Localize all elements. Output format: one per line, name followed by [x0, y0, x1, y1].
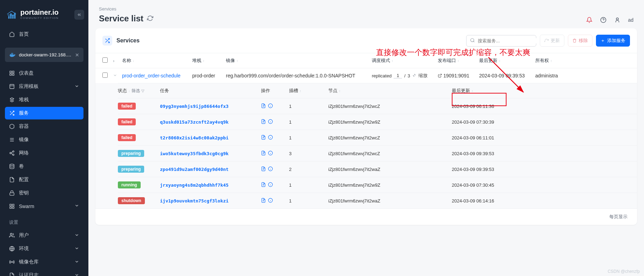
subcol-task[interactable]: 任务	[160, 88, 261, 94]
task-row: preparingiwo5kutewoy35fbdk3cg0cg9k3iZjz8…	[118, 145, 637, 161]
nav-volume[interactable]: 卷	[5, 160, 83, 173]
subcol-status[interactable]: 状态↓ 筛选▽	[118, 88, 160, 94]
env-icon	[9, 246, 15, 251]
row-checkbox[interactable]	[102, 73, 108, 78]
col-owner[interactable]: 所有权↕	[535, 57, 630, 64]
tasks-header: 状态↓ 筛选▽ 任务 操作 插槽↕ 节点↕ 最后更新↕	[118, 83, 637, 98]
row-expand-toggle[interactable]	[113, 73, 122, 78]
nav-template[interactable]: 应用模板	[5, 80, 83, 93]
task-id-link[interactable]: q3uskd015a73zcnft2ay4vq9k	[160, 119, 229, 125]
subcol-updated[interactable]: 最后更新↕	[452, 88, 630, 94]
subcol-slot[interactable]: 插槽↕	[289, 88, 328, 94]
task-id-link[interactable]: zpo491d9u2amf002dgy9d40nt	[160, 167, 229, 172]
help-icon[interactable]	[600, 16, 607, 23]
log-icon[interactable]	[261, 151, 266, 157]
nav-label: 配置	[19, 177, 29, 183]
task-row: failedt2r8060x2isi4w8c00ak2ppbi1iZjz801f…	[118, 130, 637, 145]
search-input[interactable]	[478, 38, 537, 43]
svg-line-14	[11, 153, 13, 154]
nav-home[interactable]: 首页	[5, 28, 83, 41]
log-icon[interactable]	[261, 182, 266, 188]
collapse-icon[interactable]	[412, 73, 416, 78]
close-icon[interactable]: ✕	[75, 52, 79, 58]
info-icon[interactable]	[268, 103, 273, 109]
nav-label: 服务	[19, 110, 29, 116]
status-badge: failed	[118, 103, 136, 110]
task-row: preparingzpo491d9u2amf002dgy9d40nt2iZjz8…	[118, 161, 637, 177]
refresh-icon[interactable]	[147, 14, 153, 23]
nav-secret[interactable]: 密钥	[5, 187, 83, 199]
service-name-link[interactable]: prod-order_order-schedule	[122, 73, 181, 78]
config-icon	[9, 177, 15, 182]
settings-env[interactable]: 环境	[5, 242, 83, 255]
scale-control: replicated / 3 缩放	[372, 73, 438, 79]
scale-label[interactable]: 缩放	[418, 73, 428, 79]
info-icon[interactable]	[268, 135, 273, 141]
col-name[interactable]: 名称↓	[122, 57, 192, 64]
service-image: reg.harbor999.com/order/order-schedule:1…	[226, 73, 372, 78]
task-row: failed09yg3nyemhjs9ijp86644ofx31iZjz801f…	[118, 98, 637, 114]
info-icon[interactable]	[268, 119, 273, 125]
swarm-icon	[9, 203, 15, 209]
settings-users[interactable]: 用户	[5, 229, 83, 242]
col-sched[interactable]: 调度模式↕	[372, 57, 438, 64]
col-port[interactable]: 发布端口↕	[438, 57, 479, 64]
service-icon	[9, 110, 15, 116]
select-all-checkbox[interactable]	[102, 57, 108, 63]
breadcrumb[interactable]: Services	[99, 6, 153, 12]
nav-service[interactable]: 服务	[5, 107, 83, 119]
user-label[interactable]: ad	[628, 17, 633, 23]
port-link[interactable]: 19091:9091	[438, 73, 469, 78]
replica-input[interactable]	[394, 73, 402, 78]
expand-all-toggle[interactable]: ›	[113, 58, 122, 63]
task-id-link[interactable]: jrxyaoyng4s8m2qbhdhhf7k45	[160, 182, 229, 188]
registry-icon	[9, 259, 15, 265]
services-panel: Services 更新 移除 ＋ 添加服务 ›	[95, 28, 637, 225]
log-icon[interactable]	[261, 198, 266, 204]
network-icon	[9, 150, 15, 156]
subcol-node[interactable]: 节点↕	[328, 88, 452, 94]
svg-rect-1	[12, 71, 14, 73]
nav-config[interactable]: 配置	[5, 173, 83, 186]
col-image[interactable]: 镜像↕	[226, 57, 372, 64]
nav-container[interactable]: 容器	[5, 120, 83, 133]
task-id-link[interactable]: t2r8060x2isi4w8c00ak2ppbi	[160, 135, 229, 140]
log-icon[interactable]	[261, 135, 266, 141]
nav-dashboard[interactable]: 仪表盘	[5, 67, 83, 80]
nav-image[interactable]: 镜像	[5, 133, 83, 146]
info-icon[interactable]	[268, 166, 273, 172]
settings-auth[interactable]: 认证日志	[5, 269, 83, 276]
filter-icon[interactable]: ▽	[141, 89, 144, 93]
log-icon[interactable]	[261, 103, 266, 109]
user-icon[interactable]	[614, 16, 621, 23]
search-box[interactable]	[466, 35, 536, 47]
nav-label: 堆栈	[19, 97, 29, 103]
info-icon[interactable]	[268, 198, 273, 204]
logo-name: portainer.io	[20, 8, 59, 16]
svg-rect-2	[10, 74, 12, 75]
sidebar-collapse-button[interactable]	[74, 10, 84, 20]
remove-button[interactable]: 移除	[568, 35, 592, 47]
add-service-button[interactable]: ＋ 添加服务	[596, 35, 630, 47]
nav-label: Swarm	[19, 203, 34, 209]
info-icon[interactable]	[268, 151, 273, 157]
update-button[interactable]: 更新	[540, 35, 564, 47]
col-stack[interactable]: 堆栈↕	[192, 57, 226, 64]
pager: 每页显示	[95, 208, 637, 225]
nav-label: 应用模板	[19, 83, 39, 90]
settings-registry[interactable]: 镜像仓库	[5, 256, 83, 268]
info-icon[interactable]	[268, 182, 273, 188]
task-id-link[interactable]: ijv1p9ouvokmtn75cgf3lokzi	[160, 198, 229, 203]
col-updated[interactable]: 最后更新↕	[479, 57, 535, 64]
status-badge: shutdown	[118, 197, 145, 204]
env-name: docker-swarm-192.168.13...	[19, 52, 72, 57]
nav-network[interactable]: 网络	[5, 147, 83, 159]
log-icon[interactable]	[261, 166, 266, 172]
environment-pill[interactable]: docker-swarm-192.168.13... ✕	[5, 48, 83, 62]
nav-swarm[interactable]: Swarm	[5, 200, 83, 212]
nav-stack[interactable]: 堆栈	[5, 94, 83, 106]
task-id-link[interactable]: 09yg3nyemhjs9ijp86644ofx3	[160, 104, 229, 109]
log-icon[interactable]	[261, 119, 266, 125]
bell-icon[interactable]	[586, 16, 593, 23]
task-id-link[interactable]: iwo5kutewoy35fbdk3cg0cg9k	[160, 151, 229, 156]
